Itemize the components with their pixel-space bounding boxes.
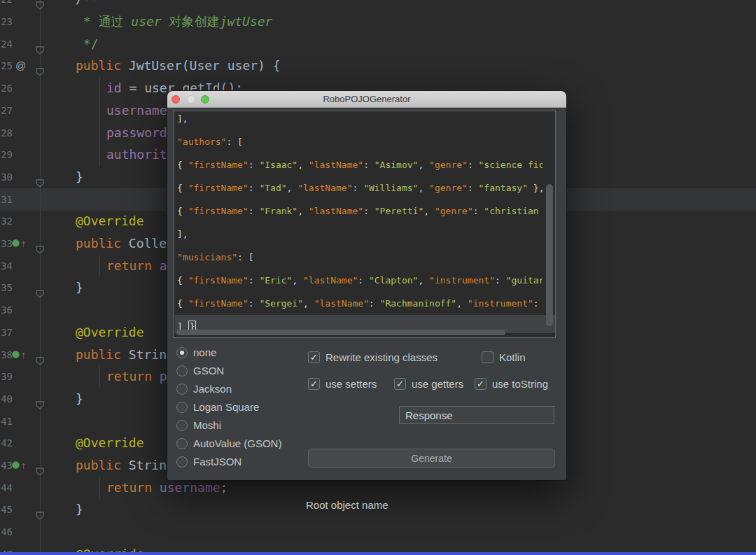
token-str: "Clapton"	[369, 275, 418, 286]
json-lines: ],"authors": [{ "firstName": "Isaac", "l…	[174, 111, 556, 338]
radio-circle-icon[interactable]	[176, 365, 188, 377]
token-key: "firstName"	[188, 275, 248, 286]
line-number: 25	[0, 55, 13, 77]
token-p: }	[76, 280, 83, 295]
token-key: "firstName"	[188, 206, 248, 216]
radio-circle-icon[interactable]	[176, 456, 188, 468]
indent-guide	[99, 365, 100, 388]
token-key: "lastName"	[309, 206, 363, 216]
annotation-gutter-icon[interactable]: @	[15, 55, 26, 77]
radio-circle-icon[interactable]	[176, 347, 188, 358]
token-pun: ,	[418, 160, 429, 170]
token-a: @Override	[76, 325, 144, 339]
radio-label: none	[193, 346, 216, 360]
token-p: Strin	[129, 347, 167, 362]
json-line: { "firstName": "Eric", "lastName": "Clap…	[174, 269, 542, 292]
line-number: 46	[0, 521, 13, 543]
token-str: "christian fi	[484, 206, 542, 216]
json-line: "musicians": [	[174, 246, 542, 269]
token-pun: {	[177, 298, 188, 309]
json-line: ],	[174, 223, 542, 246]
json-line: { "firstName": "Tad", "lastName": "Willi…	[174, 176, 542, 199]
checkbox-checked-icon[interactable]: ✓	[308, 378, 320, 390]
line-number: 33	[0, 232, 13, 255]
code-text: return p	[106, 365, 167, 388]
token-pun: {	[177, 183, 188, 193]
token-pun: : [	[237, 252, 253, 262]
token-k: public	[76, 236, 129, 251]
overrides-method-icon[interactable]	[12, 351, 20, 358]
token-k: return	[106, 258, 160, 273]
token-pun: :	[248, 160, 260, 170]
token-key: "lastName"	[309, 160, 363, 170]
code-text: public Colle	[76, 232, 167, 255]
dialog-titlebar[interactable]: RoboPOJOGenerator	[167, 91, 566, 108]
line-number: 38	[0, 344, 13, 366]
code-line: 46	[0, 521, 756, 543]
token-pun: :	[248, 206, 260, 216]
radio-circle-icon[interactable]	[176, 402, 188, 413]
override-up-arrow-icon[interactable]: ↑	[21, 344, 26, 366]
indent-guide	[99, 477, 100, 499]
checkbox-checked-icon[interactable]: ✓	[394, 378, 406, 390]
token-f: authorit	[106, 147, 167, 162]
token-pun: },	[528, 183, 542, 193]
token-key: "lastName"	[298, 183, 352, 193]
line-number: 42	[0, 432, 13, 454]
token-pun: :	[248, 275, 260, 286]
token-str: "science ficti	[479, 160, 542, 170]
radio-circle-icon[interactable]	[176, 438, 188, 449]
code-text: @Override	[76, 432, 144, 454]
token-pun: :	[352, 183, 363, 193]
token-key: "firstName"	[188, 298, 248, 309]
code-text: @Override	[76, 321, 144, 344]
line-number: 22	[0, 0, 13, 10]
token-key: "instrument"	[468, 298, 533, 309]
code-text: @Override	[76, 210, 144, 232]
token-pun: {	[177, 275, 188, 286]
token-p: /**	[76, 0, 99, 6]
token-k: public	[76, 58, 129, 73]
token-ci: jwtUser	[220, 14, 273, 29]
token-pun: :	[358, 275, 369, 286]
json-input-textarea[interactable]: ],"authors": [{ "firstName": "Isaac", "l…	[174, 111, 556, 338]
line-number: 23	[0, 10, 13, 33]
line-number: 45	[0, 498, 13, 521]
line-number: 31	[0, 188, 13, 211]
checkbox-label: use toString	[492, 377, 548, 391]
line-number: 43	[0, 454, 13, 477]
checkbox-checked-icon[interactable]: ✓	[475, 378, 486, 390]
token-key: "firstName"	[188, 160, 248, 170]
override-up-arrow-icon[interactable]: ↑	[21, 232, 26, 255]
override-up-arrow-icon[interactable]: ↑	[21, 454, 26, 477]
line-number: 35	[0, 276, 13, 299]
root-object-name-input[interactable]	[399, 406, 554, 424]
token-pun: ,	[418, 183, 429, 193]
token-pun: {	[177, 160, 188, 170]
code-line: 25@public JwtUser(User user) {	[0, 55, 756, 77]
radio-circle-icon[interactable]	[176, 420, 188, 431]
vertical-scrollbar[interactable]	[546, 184, 553, 326]
token-p: Colle	[129, 236, 167, 251]
token-pun: :	[468, 183, 479, 193]
token-f: username	[106, 103, 167, 118]
token-str: "guitar"	[506, 275, 542, 286]
code-text: */	[76, 33, 99, 55]
token-str: "Williams"	[363, 183, 418, 193]
horizontal-scrollbar[interactable]	[176, 330, 505, 335]
overrides-method-icon[interactable]	[12, 461, 20, 469]
code-line: 22/**	[0, 0, 756, 10]
checkbox-checked-icon[interactable]: ✓	[308, 351, 320, 363]
token-pun: :	[248, 298, 260, 309]
token-f: password	[106, 125, 167, 140]
token-a: @Override	[76, 213, 144, 228]
overrides-method-icon[interactable]	[12, 239, 20, 247]
checkbox-unchecked-icon[interactable]	[482, 351, 493, 363]
robopojo-generator-dialog: RoboPOJOGenerator ],"authors": [{ "first…	[167, 91, 566, 480]
code-text: }	[76, 498, 83, 521]
token-pun: ,	[456, 298, 468, 309]
token-key: "lastName"	[314, 298, 369, 309]
generate-button[interactable]: Generate	[308, 449, 555, 468]
radio-circle-icon[interactable]	[176, 384, 188, 395]
token-pun: :	[248, 183, 260, 193]
